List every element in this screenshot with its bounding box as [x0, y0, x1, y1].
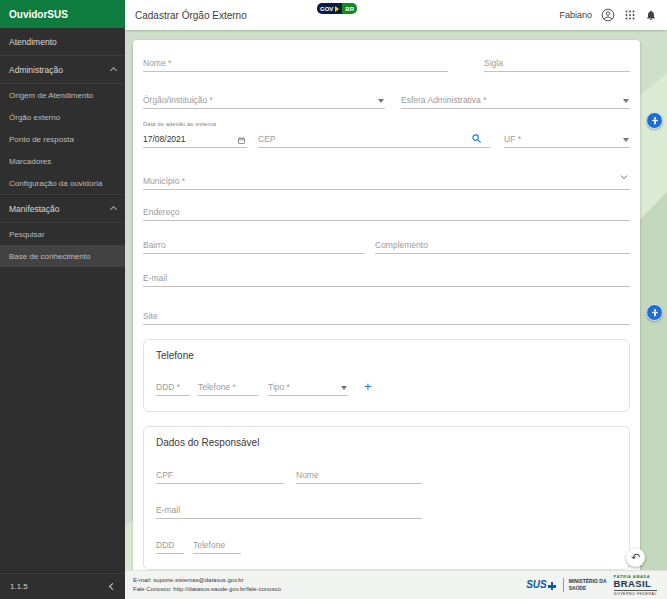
user-avatar-icon[interactable]	[601, 8, 615, 22]
footer: E-mail: suporte.sistemas@datasus.gov.br …	[125, 570, 667, 599]
app-logo: OuvidorSUS	[0, 0, 125, 28]
telefone-section-title: Telefone	[156, 350, 617, 361]
undo-button[interactable]: ↶	[626, 548, 645, 567]
bairro-field	[143, 234, 365, 254]
topbar: Cadastrar Órgão Externo Fabiano	[125, 0, 667, 30]
accessibility-widget-button[interactable]	[646, 112, 663, 129]
cep-field	[258, 128, 490, 148]
telefone-tipo-select[interactable]	[268, 379, 348, 396]
responsavel-cpf-input[interactable]	[156, 467, 284, 484]
accessibility-icon	[650, 304, 660, 322]
sidebar-item-base-de-conhecimento[interactable]: Base de conhecimento	[0, 245, 125, 267]
sidebar-item-marcadores[interactable]: Marcadores	[0, 150, 125, 172]
orgao-instituicao-select[interactable]	[143, 92, 385, 109]
site-field	[143, 305, 630, 325]
data-adesao-input[interactable]	[143, 131, 247, 148]
telefone-ddd-field	[156, 376, 190, 396]
sidebar-item-orgao-externo[interactable]: Órgão externo	[0, 106, 125, 128]
sidebar-item-administracao[interactable]: Administração	[0, 56, 125, 83]
app-version: 1.1.5	[10, 582, 28, 591]
calendar-icon[interactable]	[237, 136, 246, 145]
bell-icon[interactable]	[645, 9, 657, 21]
sidebar-item-ponto-de-resposta[interactable]: Ponto de resposta	[0, 128, 125, 150]
sigla-field	[484, 52, 630, 72]
data-adesao-label: Data de adesão ao sistema	[143, 121, 247, 127]
footer-support-email: E-mail: suporte.sistemas@datasus.gov.br	[133, 576, 281, 585]
cep-input[interactable]	[258, 131, 490, 148]
page-title: Cadastrar Órgão Externo	[135, 10, 247, 21]
endereco-field	[143, 201, 630, 221]
uf-select[interactable]	[504, 131, 630, 148]
data-adesao-field: Data de adesão ao sistema	[143, 121, 247, 148]
municipio-field	[143, 170, 630, 190]
sidebar-item-atendimento[interactable]: Atendimento	[0, 28, 125, 55]
sidebar-nav: Atendimento Administração Origem de Aten…	[0, 28, 125, 573]
accessibility-icon	[650, 112, 660, 130]
telefone-numero-field	[198, 376, 258, 396]
sidebar-footer: 1.1.5	[0, 573, 125, 599]
responsavel-section-title: Dados do Responsável	[156, 437, 617, 448]
user-name: Fabiano	[559, 10, 592, 20]
undo-icon: ↶	[631, 551, 640, 564]
brasil-logo: PÁTRIA AMADA BRASIL GOVERNO FEDERAL	[614, 574, 657, 596]
responsavel-telefone-field	[193, 534, 241, 554]
main-content: Data de adesão ao sistema	[125, 30, 667, 570]
responsavel-nome-input[interactable]	[296, 467, 422, 484]
sus-cross-icon	[548, 582, 556, 590]
collapse-sidebar-button[interactable]	[109, 583, 116, 590]
chevron-up-icon	[110, 67, 117, 74]
telefone-tipo-field	[268, 376, 348, 396]
complemento-field	[375, 234, 630, 254]
telefone-numero-input[interactable]	[198, 379, 258, 396]
sidebar-item-manifestacao[interactable]: Manifestação	[0, 195, 125, 222]
sus-logo: SUS	[526, 580, 556, 590]
apps-grid-icon[interactable]	[624, 9, 636, 21]
responsavel-nome-field	[296, 464, 422, 484]
footer-fale-conosco: Fale Conosco: http://datasus.saude.gov.b…	[133, 585, 281, 594]
esfera-administrativa-field	[401, 89, 630, 109]
bairro-input[interactable]	[143, 237, 365, 254]
telefone-ddd-input[interactable]	[156, 379, 190, 396]
responsavel-telefone-input[interactable]	[193, 537, 241, 554]
orgao-instituicao-field	[143, 89, 385, 109]
form-card: Data de adesão ao sistema	[133, 40, 640, 570]
sidebar: OuvidorSUS Atendimento Administração Ori…	[0, 0, 125, 599]
telefone-section: Telefone +	[143, 339, 630, 412]
add-telefone-button[interactable]: +	[362, 380, 374, 396]
chevron-down-icon[interactable]	[618, 171, 630, 183]
app-title: OuvidorSUS	[9, 9, 68, 20]
responsavel-section: Dados do Responsável	[143, 426, 630, 570]
sigla-input[interactable]	[484, 55, 630, 72]
responsavel-email-field	[156, 499, 422, 519]
search-icon[interactable]	[471, 133, 482, 144]
esfera-administrativa-select[interactable]	[401, 92, 630, 109]
uf-field	[504, 128, 630, 148]
site-input[interactable]	[143, 308, 630, 325]
nome-input[interactable]	[143, 55, 448, 72]
complemento-input[interactable]	[375, 237, 630, 254]
app-window: OuvidorSUS Atendimento Administração Ori…	[0, 0, 667, 599]
responsavel-cpf-field	[156, 464, 284, 484]
email-field	[143, 267, 630, 287]
responsavel-ddd-field	[156, 534, 184, 554]
nome-field	[143, 52, 448, 72]
chevron-up-icon	[110, 206, 117, 213]
sidebar-item-configuracao-da-ouvidoria[interactable]: Configuração da ouvidoria	[0, 172, 125, 194]
ministerio-saude-logo: MINISTÉRIO DA SAÚDE	[563, 578, 607, 592]
govbr-arrow-icon	[335, 6, 339, 12]
sidebar-item-pesquisar[interactable]: Pesquisar	[0, 223, 125, 245]
municipio-select[interactable]	[143, 173, 630, 190]
endereco-input[interactable]	[143, 204, 630, 221]
accessibility-widget-button[interactable]	[646, 304, 663, 321]
govbr-logo: GOV BR	[317, 3, 357, 14]
responsavel-ddd-input[interactable]	[156, 537, 184, 554]
email-input[interactable]	[143, 270, 630, 287]
responsavel-email-input[interactable]	[156, 502, 422, 519]
sidebar-item-origem-de-atendimento[interactable]: Origem de Atendimento	[0, 84, 125, 106]
